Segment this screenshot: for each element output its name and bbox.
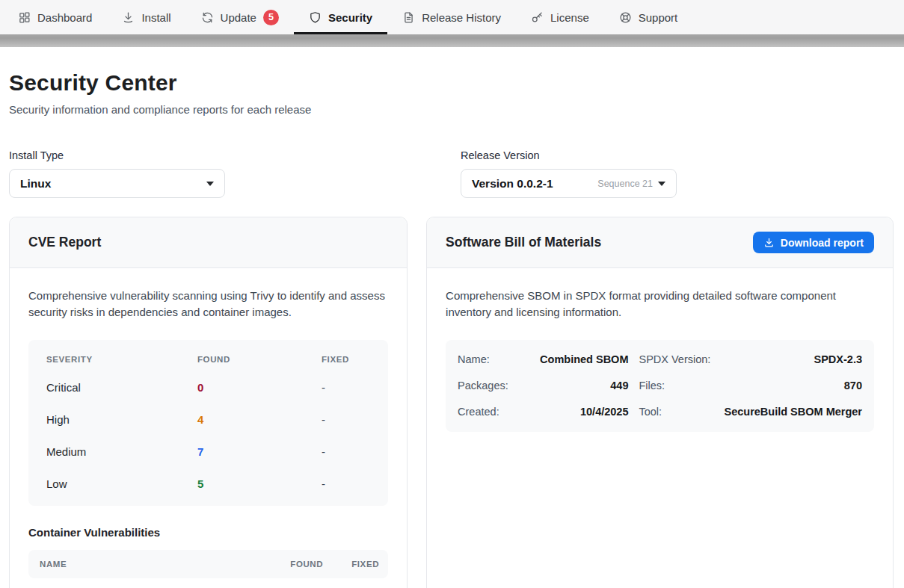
cve-card-body: Comprehensive vulnerability scanning usi… <box>10 268 407 588</box>
found-value: 7 <box>197 445 322 458</box>
nav-item-release-history[interactable]: Release History <box>387 0 516 34</box>
release-version-value: Version 0.0.2-1 <box>472 177 553 191</box>
found-value: 4 <box>197 413 322 426</box>
found-value: 0 <box>197 381 322 394</box>
nav-label: License <box>550 11 589 24</box>
chevron-down-icon <box>206 182 214 186</box>
download-report-button[interactable]: Download report <box>753 232 874 253</box>
filters-row: Install Type Linux Release Version Versi… <box>9 149 894 198</box>
download-icon <box>763 237 775 248</box>
install-type-select[interactable]: Linux <box>9 169 225 198</box>
col-severity: SEVERITY <box>46 355 197 364</box>
nav-item-support[interactable]: Support <box>604 0 693 34</box>
severity-label: Medium <box>46 445 197 458</box>
refresh-icon <box>201 11 214 24</box>
table-row-low: Low 5 - <box>46 468 370 500</box>
sbom-detail-value: Combined SBOM <box>540 347 628 373</box>
shield-icon <box>309 11 322 24</box>
fixed-value: - <box>322 381 370 394</box>
severity-label: High <box>46 413 197 426</box>
col-name: NAME <box>40 560 262 569</box>
severity-label: Low <box>46 477 197 490</box>
release-version-select[interactable]: Version 0.0.2-1 Sequence 21 <box>461 169 677 198</box>
cve-card-header: CVE Report <box>10 217 407 268</box>
sbom-detail-value: SPDX-2.3 <box>724 347 862 373</box>
sbom-detail-label: SPDX Version: <box>639 347 713 373</box>
sbom-card-body: Comprehensive SBOM in SPDX format provid… <box>427 268 893 451</box>
top-nav: Dashboard Install Update 5 Security Rele… <box>0 0 904 34</box>
table-row-critical: Critical 0 - <box>46 371 370 403</box>
sbom-detail-label: Tool: <box>639 399 713 425</box>
table-row-high: High 4 - <box>46 403 370 436</box>
nav-label: Support <box>639 11 678 24</box>
nav-item-update[interactable]: Update 5 <box>186 0 294 34</box>
sbom-detail-label: Name: <box>458 347 529 373</box>
nav-item-dashboard[interactable]: Dashboard <box>3 0 107 34</box>
dashboard-grid-icon <box>18 11 31 24</box>
install-type-label: Install Type <box>9 149 442 161</box>
install-type-filter: Install Type Linux <box>9 149 442 198</box>
release-version-filter: Release Version Version 0.0.2-1 Sequence… <box>461 149 894 198</box>
sbom-card-title: Software Bill of Materials <box>446 235 601 250</box>
nav-label: Security <box>328 11 372 24</box>
sbom-description: Comprehensive SBOM in SPDX format provid… <box>446 288 842 321</box>
life-buoy-icon <box>619 11 632 24</box>
table-row-medium: Medium 7 - <box>46 436 370 468</box>
sbom-detail-value: 870 <box>724 373 862 399</box>
download-icon <box>122 11 135 24</box>
chevron-down-icon <box>658 182 665 186</box>
cve-card-title: CVE Report <box>28 235 101 250</box>
sbom-card-header: Software Bill of Materials Download repo… <box>427 217 893 268</box>
sequence-meta: Sequence 21 <box>597 179 653 189</box>
fixed-value: - <box>322 477 370 490</box>
nav-label: Update <box>221 11 256 24</box>
install-type-value: Linux <box>20 177 51 191</box>
sbom-detail-label: Created: <box>458 399 529 425</box>
page-subtitle: Security information and compliance repo… <box>9 103 894 116</box>
nav-item-install[interactable]: Install <box>107 0 185 34</box>
nav-label: Install <box>141 11 170 24</box>
sbom-detail-label: Files: <box>639 373 713 399</box>
severity-label: Critical <box>46 381 197 394</box>
container-vulns-title: Container Vulnerabilities <box>28 526 388 539</box>
sbom-detail-label: Packages: <box>458 373 529 399</box>
severity-table-header: SEVERITY FOUND FIXED <box>46 343 370 371</box>
cve-description: Comprehensive vulnerability scanning usi… <box>28 288 388 321</box>
fixed-value: - <box>322 413 370 426</box>
download-report-label: Download report <box>781 237 864 249</box>
nav-shadow-divider <box>0 34 904 47</box>
found-value: 5 <box>197 477 322 490</box>
nav-label: Dashboard <box>37 11 92 24</box>
page-title: Security Center <box>9 70 894 96</box>
col-fixed: FIXED <box>322 355 370 364</box>
col-fixed: FIXED <box>351 560 379 569</box>
sbom-detail-value: 449 <box>540 373 628 399</box>
sbom-card: Software Bill of Materials Download repo… <box>426 217 894 588</box>
sbom-detail-value: SecureBuild SBOM Merger <box>724 399 862 425</box>
sbom-details-panel: Name: Combined SBOM SPDX Version: SPDX-2… <box>446 340 874 432</box>
col-found: FOUND <box>197 355 322 364</box>
update-count-badge: 5 <box>263 10 279 25</box>
key-icon <box>531 11 544 24</box>
severity-table: SEVERITY FOUND FIXED Critical 0 - High 4… <box>28 340 388 506</box>
container-vulns-table-header: NAME FOUND FIXED <box>28 550 388 578</box>
fixed-value: - <box>322 445 370 458</box>
cve-report-card: CVE Report Comprehensive vulnerability s… <box>9 217 408 588</box>
sbom-detail-value: 10/4/2025 <box>540 399 628 425</box>
col-found: FOUND <box>290 560 323 569</box>
release-version-label: Release Version <box>461 149 894 161</box>
cards-row: CVE Report Comprehensive vulnerability s… <box>9 217 894 588</box>
file-text-icon <box>402 11 415 24</box>
nav-label: Release History <box>422 11 501 24</box>
nav-item-license[interactable]: License <box>516 0 604 34</box>
nav-item-security[interactable]: Security <box>294 0 387 34</box>
main-content: Security Center Security information and… <box>0 70 904 588</box>
